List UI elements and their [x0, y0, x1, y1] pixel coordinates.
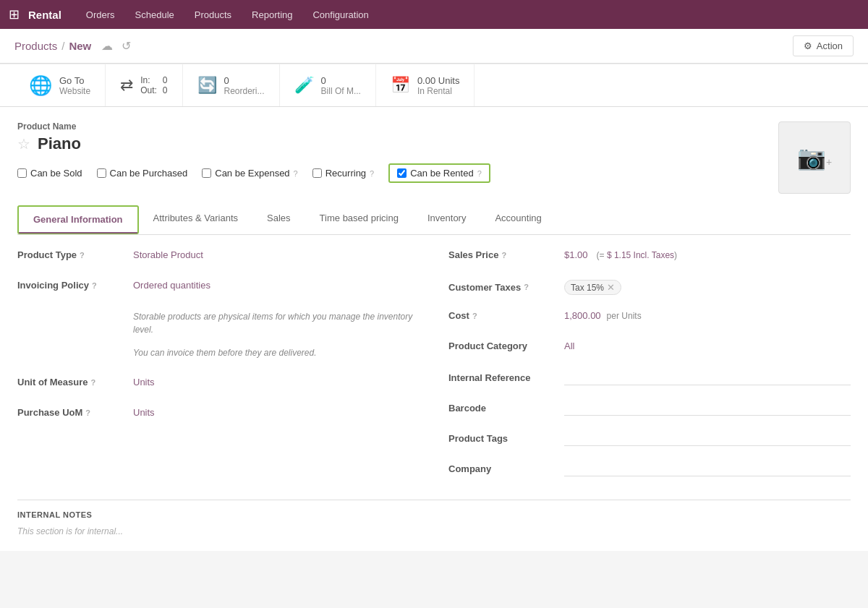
- uom-help-icon: ?: [91, 378, 96, 387]
- cost-value: 1,800.00 per Units: [564, 310, 851, 321]
- nav-schedule[interactable]: Schedule: [125, 0, 184, 29]
- go-to-website-text: Go To Website: [59, 75, 90, 96]
- company-value: [564, 462, 851, 476]
- globe-icon: 🌐: [29, 74, 52, 97]
- tab-general-information[interactable]: General Information: [19, 207, 137, 234]
- invoice-hint-row: You can invoice them before they are del…: [17, 346, 420, 367]
- breadcrumb-current: New: [69, 40, 91, 52]
- tax-badge-label: Tax 15%: [571, 283, 604, 293]
- smart-buttons-row: 🌐 Go To Website ⇄ In: 0 Out: 0 🔄 0 Reord…: [0, 64, 868, 107]
- internal-reference-row: Internal Reference: [448, 371, 851, 391]
- product-tags-value: [564, 432, 851, 446]
- action-button[interactable]: ⚙ Action: [793, 35, 854, 56]
- recurring-input[interactable]: [312, 168, 322, 178]
- rental-label: In Rental: [417, 86, 460, 96]
- app-grid-icon[interactable]: ⊞: [9, 7, 20, 22]
- unit-of-measure-value[interactable]: Units: [133, 377, 420, 388]
- rental-value: 0.00 Units: [417, 75, 460, 86]
- purchase-uom-row: Purchase UoM ? Units: [17, 407, 420, 427]
- can-be-purchased-checkbox[interactable]: Can be Purchased: [97, 168, 188, 179]
- company-input[interactable]: [564, 462, 851, 476]
- refresh-icon: 🔄: [197, 76, 217, 95]
- tab-attributes-variants[interactable]: Attributes & Variants: [139, 205, 253, 235]
- reordering-button[interactable]: 🔄 0 Reorderi...: [183, 64, 280, 106]
- internal-reference-label: Internal Reference: [448, 372, 564, 383]
- recurring-help-icon: ?: [370, 169, 374, 178]
- cost-amount[interactable]: 1,800.00: [564, 310, 601, 321]
- barcode-value: [564, 401, 851, 416]
- barcode-input[interactable]: [564, 401, 851, 416]
- internal-notes-section: INTERNAL NOTES: [17, 500, 851, 519]
- in-out-button[interactable]: ⇄ In: 0 Out: 0: [106, 64, 182, 106]
- product-type-label: Product Type ?: [17, 249, 133, 260]
- go-to-website-button[interactable]: 🌐 Go To Website: [14, 64, 106, 106]
- app-name[interactable]: Rental: [28, 9, 61, 21]
- breadcrumb-parent[interactable]: Products: [14, 40, 57, 52]
- main-content: Product Name ☆ Can be Sold Can be Purcha…: [0, 107, 868, 551]
- can-be-purchased-input[interactable]: [97, 168, 106, 178]
- purchase-uom-help-icon: ?: [85, 408, 90, 417]
- product-tags-input[interactable]: [564, 432, 851, 446]
- website-sublabel: Website: [59, 86, 90, 96]
- flask-icon: 🧪: [294, 76, 314, 95]
- bom-value: 0: [321, 75, 361, 86]
- in-out-text: In: 0 Out: 0: [140, 75, 167, 95]
- general-information-tab-wrapper: General Information: [17, 205, 139, 234]
- product-type-value[interactable]: Storable Product: [133, 249, 420, 260]
- tab-sales[interactable]: Sales: [252, 205, 305, 235]
- recurring-checkbox[interactable]: Recurring ?: [312, 168, 374, 179]
- product-image[interactable]: 📷+: [778, 121, 851, 194]
- can-be-sold-checkbox[interactable]: Can be Sold: [17, 168, 82, 179]
- internal-reference-input[interactable]: [564, 371, 851, 385]
- rented-help-icon: ?: [477, 169, 482, 178]
- camera-icon: 📷+: [797, 144, 832, 171]
- nav-reporting[interactable]: Reporting: [242, 0, 302, 29]
- purchase-uom-value[interactable]: Units: [133, 407, 420, 418]
- product-category-value[interactable]: All: [564, 341, 851, 351]
- upload-icon[interactable]: ☁: [101, 39, 113, 53]
- nav-orders[interactable]: Orders: [76, 0, 125, 29]
- incl-taxes-link[interactable]: $ 1.15 Incl. Taxes: [607, 250, 674, 260]
- tab-time-based-pricing[interactable]: Time based pricing: [305, 205, 413, 235]
- can-be-rented-checkbox[interactable]: Can be Rented ?: [397, 168, 482, 179]
- internal-notes-hint: This section is for internal...: [17, 526, 851, 536]
- nav-configuration[interactable]: Configuration: [302, 0, 378, 29]
- barcode-label: Barcode: [448, 403, 564, 414]
- product-name-input[interactable]: [38, 134, 327, 153]
- undo-icon[interactable]: ↺: [122, 39, 131, 53]
- gear-icon: ⚙: [804, 40, 812, 51]
- product-category-row: Product Category All: [448, 341, 851, 361]
- bom-text: 0 Bill Of M...: [321, 75, 361, 96]
- sales-price-help-icon: ?: [501, 251, 506, 260]
- tax-badge: Tax 15% ✕: [564, 280, 621, 295]
- company-label: Company: [448, 463, 564, 474]
- expensed-help-icon: ?: [294, 169, 298, 178]
- can-be-expensed-input[interactable]: [202, 168, 211, 178]
- units-in-rental-button[interactable]: 📅 0.00 Units In Rental: [376, 64, 475, 106]
- incl-taxes-text: (= $ 1.15 Incl. Taxes): [597, 250, 678, 260]
- invoice-hint: You can invoice them before they are del…: [133, 346, 420, 359]
- product-type-row: Product Type ? Storable Product: [17, 249, 420, 270]
- invoicing-policy-label: Invoicing Policy ?: [17, 280, 133, 291]
- can-be-rented-input[interactable]: [397, 168, 407, 178]
- nav-products[interactable]: Products: [184, 0, 242, 29]
- taxes-help-icon: ?: [524, 283, 529, 291]
- can-be-expensed-checkbox[interactable]: Can be Expensed ?: [202, 168, 297, 179]
- sales-price-amount[interactable]: $1.00: [564, 249, 588, 260]
- favorite-star-icon[interactable]: ☆: [17, 135, 30, 153]
- sales-price-label: Sales Price ?: [448, 249, 564, 260]
- invoicing-help-icon: ?: [92, 281, 97, 290]
- tab-inventory[interactable]: Inventory: [413, 205, 480, 235]
- can-be-sold-label: Can be Sold: [30, 168, 82, 179]
- sales-price-row: Sales Price ? $1.00 (= $ 1.15 Incl. Taxe…: [448, 249, 851, 270]
- tax-badge-remove[interactable]: ✕: [607, 282, 615, 293]
- bill-of-materials-button[interactable]: 🧪 0 Bill Of M...: [280, 64, 376, 106]
- checkboxes-row: Can be Sold Can be Purchased Can be Expe…: [17, 163, 764, 183]
- breadcrumb-separator: /: [61, 40, 64, 52]
- tab-accounting[interactable]: Accounting: [480, 205, 556, 235]
- in-value: 0: [163, 75, 168, 85]
- storable-hint: Storable products are physical items for…: [133, 310, 420, 336]
- calendar-icon: 📅: [391, 76, 410, 95]
- can-be-sold-input[interactable]: [17, 168, 27, 178]
- invoicing-policy-value[interactable]: Ordered quantities: [133, 280, 420, 291]
